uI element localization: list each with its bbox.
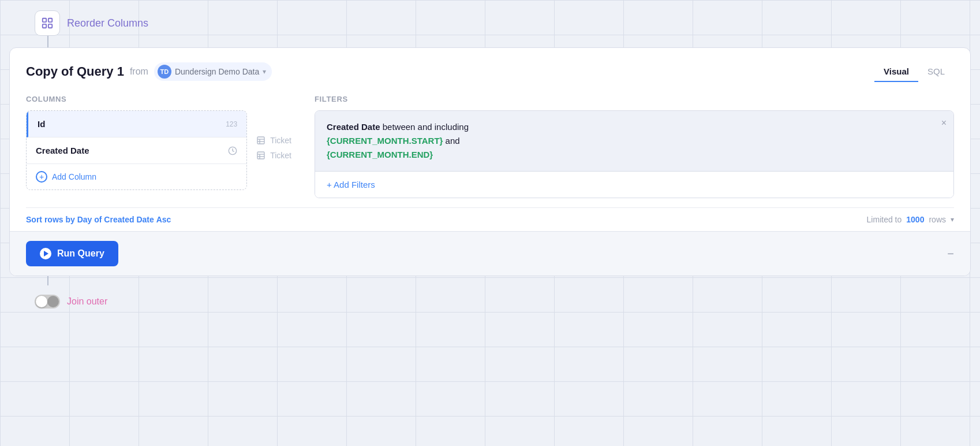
add-column-plus-icon: +: [36, 171, 47, 183]
sort-prefix: Sort rows by: [26, 215, 75, 224]
column-type-id: 123: [226, 120, 237, 128]
main-card: Copy of Query 1 from TD Dundersign Demo …: [9, 47, 971, 276]
suggested-item-2[interactable]: Ticket: [256, 151, 291, 160]
sort-text: Sort rows by Day of Created Date Asc: [26, 215, 171, 224]
datasource-name: Dundersign Demo Data: [175, 67, 259, 76]
column-type-created-date: [228, 146, 237, 155]
column-name-id: Id: [38, 119, 45, 129]
svg-rect-5: [257, 137, 264, 144]
filter-operator: between and including: [383, 122, 469, 132]
columns-area: Id 123 Created Date: [26, 110, 247, 190]
column-row-created-date[interactable]: Created Date: [27, 137, 246, 164]
add-filters-button[interactable]: + Add Filters: [315, 172, 953, 198]
tab-sql[interactable]: SQL: [918, 62, 954, 81]
minimize-button[interactable]: −: [947, 247, 954, 261]
filter-text: Created Date between and including {CURR…: [327, 120, 942, 162]
card-title-area: Copy of Query 1 from TD Dundersign Demo …: [26, 62, 272, 81]
run-query-button[interactable]: Run Query: [26, 241, 118, 266]
clock-icon: [228, 146, 237, 155]
join-toggle[interactable]: [35, 295, 60, 309]
svg-rect-3: [48, 24, 52, 28]
add-column-label: Add Column: [52, 172, 96, 181]
svg-rect-0: [43, 18, 46, 22]
suggested-table-1: Ticket: [270, 136, 291, 145]
reorder-columns-icon-box: [35, 10, 60, 36]
join-toggle-inner: [47, 296, 59, 307]
table-icon-2: [256, 151, 265, 160]
top-connector: [47, 36, 48, 47]
filter-value-end: {CURRENT_MONTH.END}: [327, 150, 433, 159]
bottom-node-row: Join outer: [0, 285, 980, 309]
play-triangle: [44, 251, 48, 257]
add-filters-label: + Add Filters: [327, 180, 375, 189]
sort-field[interactable]: Day of Created Date: [77, 215, 154, 224]
suggested-item-1[interactable]: Ticket: [256, 136, 291, 145]
datasource-initials: TD: [160, 68, 169, 75]
limit-suffix: rows: [929, 215, 946, 224]
table-icon-1: [256, 136, 265, 145]
suggested-table-2: Ticket: [270, 151, 291, 160]
card-header: Copy of Query 1 from TD Dundersign Demo …: [26, 62, 954, 81]
column-row-id[interactable]: Id 123: [27, 111, 246, 137]
run-button-label: Run Query: [57, 248, 104, 259]
tab-visual[interactable]: Visual: [874, 62, 918, 81]
add-column-button[interactable]: + Add Column: [27, 164, 246, 189]
left-section: Columns Id 123 Created Date: [26, 95, 291, 198]
join-label: Join outer: [67, 296, 107, 307]
svg-rect-9: [257, 152, 264, 159]
page-wrapper: Reorder Columns Copy of Query 1 from TD …: [0, 0, 980, 446]
filters-section-label: Filters: [315, 95, 954, 103]
card-body: Columns Id 123 Created Date: [26, 95, 954, 198]
filter-close-button[interactable]: ×: [941, 118, 947, 128]
filter-conjunction: and: [446, 136, 460, 146]
filter-item-1: Created Date between and including {CURR…: [315, 111, 953, 172]
top-node-title: Reorder Columns: [67, 17, 148, 29]
limit-label: Limited to: [867, 215, 902, 224]
sort-direction: Asc: [156, 215, 171, 224]
columns-list: Id 123 Created Date: [26, 110, 247, 190]
svg-rect-1: [48, 18, 52, 22]
reorder-icon: [41, 17, 54, 29]
right-section: Filters Created Date between and includi…: [315, 95, 954, 198]
sort-row: Sort rows by Day of Created Date Asc Lim…: [26, 207, 954, 231]
suggested-area: Ticket Ticket: [256, 110, 291, 190]
limit-value[interactable]: 1000: [906, 215, 924, 224]
limit-chevron-icon[interactable]: ▾: [951, 215, 954, 224]
bottom-connector: [47, 276, 48, 285]
filter-value-start: {CURRENT_MONTH.START}: [327, 136, 443, 146]
card-from-label: from: [130, 66, 148, 77]
card-title: Copy of Query 1: [26, 64, 124, 79]
view-toggle: Visual SQL: [874, 62, 954, 81]
top-node-row: Reorder Columns: [0, 0, 980, 36]
left-body: Id 123 Created Date: [26, 110, 291, 190]
datasource-badge[interactable]: TD Dundersign Demo Data ▾: [154, 62, 272, 81]
columns-section-label: Columns: [26, 95, 291, 103]
datasource-chevron-icon: ▾: [263, 68, 266, 76]
svg-rect-2: [43, 24, 46, 28]
limit-area: Limited to 1000 rows ▾: [867, 215, 954, 224]
action-bar: Run Query −: [10, 231, 970, 276]
filter-box: Created Date between and including {CURR…: [315, 110, 954, 198]
filter-field: Created Date: [327, 122, 380, 132]
column-name-created-date: Created Date: [36, 146, 89, 155]
datasource-icon: TD: [158, 65, 171, 79]
play-icon: [40, 248, 51, 259]
